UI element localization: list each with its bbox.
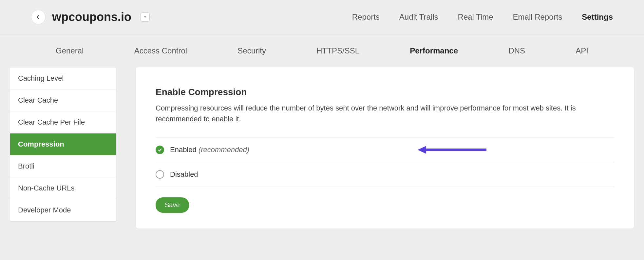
option-enabled-label: Enabled (recommended) bbox=[170, 146, 249, 154]
save-button[interactable]: Save bbox=[156, 197, 189, 213]
nav-audit-trails[interactable]: Audit Trails bbox=[399, 12, 438, 22]
radio-disabled[interactable] bbox=[156, 170, 164, 179]
option-enabled-sub: (recommended) bbox=[199, 146, 249, 154]
sub-nav-inner: General Access Control Security HTTPS/SS… bbox=[0, 46, 644, 55]
header-left: wpcoupons.io bbox=[31, 10, 150, 24]
sidebar: Caching Level Clear Cache Clear Cache Pe… bbox=[10, 67, 116, 221]
header: wpcoupons.io Reports Audit Trails Real T… bbox=[0, 0, 644, 34]
tab-dns[interactable]: DNS bbox=[508, 46, 525, 55]
arrow-left-icon bbox=[36, 14, 41, 20]
panel-description: Compressing resources will reduce the nu… bbox=[156, 103, 615, 124]
sidebar-item-non-cache-urls[interactable]: Non-Cache URLs bbox=[10, 177, 116, 199]
tab-api[interactable]: API bbox=[576, 46, 588, 55]
sidebar-item-brotli[interactable]: Brotli bbox=[10, 155, 116, 177]
nav-reports[interactable]: Reports bbox=[352, 12, 380, 22]
main-panel: Enable Compression Compressing resources… bbox=[136, 67, 634, 229]
sub-nav: General Access Control Security HTTPS/SS… bbox=[0, 34, 644, 67]
panel-title: Enable Compression bbox=[156, 87, 615, 97]
content: Caching Level Clear Cache Clear Cache Pe… bbox=[0, 67, 644, 242]
back-button[interactable] bbox=[31, 10, 46, 24]
check-icon bbox=[158, 148, 162, 152]
annotation-arrow-icon bbox=[418, 145, 486, 154]
nav-email-reports[interactable]: Email Reports bbox=[513, 12, 562, 22]
sidebar-item-compression[interactable]: Compression bbox=[10, 133, 116, 155]
caret-down-icon bbox=[143, 15, 147, 19]
option-enabled-text: Enabled bbox=[170, 146, 197, 154]
tab-performance[interactable]: Performance bbox=[410, 46, 458, 55]
nav-real-time[interactable]: Real Time bbox=[458, 12, 493, 22]
top-nav: Reports Audit Trails Real Time Email Rep… bbox=[352, 12, 613, 22]
nav-settings[interactable]: Settings bbox=[582, 12, 613, 22]
sidebar-item-clear-cache[interactable]: Clear Cache bbox=[10, 90, 116, 111]
tab-general[interactable]: General bbox=[56, 46, 84, 55]
radio-enabled[interactable] bbox=[156, 146, 164, 154]
tab-security[interactable]: Security bbox=[237, 46, 266, 55]
site-title: wpcoupons.io bbox=[52, 10, 131, 24]
tab-https-ssl[interactable]: HTTPS/SSL bbox=[316, 46, 359, 55]
svg-marker-1 bbox=[418, 146, 426, 154]
sidebar-item-developer-mode[interactable]: Developer Mode bbox=[10, 199, 116, 221]
sidebar-item-caching-level[interactable]: Caching Level bbox=[10, 68, 116, 90]
site-dropdown-button[interactable] bbox=[141, 12, 150, 22]
option-enabled-row[interactable]: Enabled (recommended) bbox=[156, 137, 615, 162]
option-disabled-label: Disabled bbox=[170, 170, 198, 179]
tab-access-control[interactable]: Access Control bbox=[134, 46, 187, 55]
option-disabled-row[interactable]: Disabled bbox=[156, 162, 615, 187]
sidebar-item-clear-cache-per-file[interactable]: Clear Cache Per File bbox=[10, 111, 116, 133]
